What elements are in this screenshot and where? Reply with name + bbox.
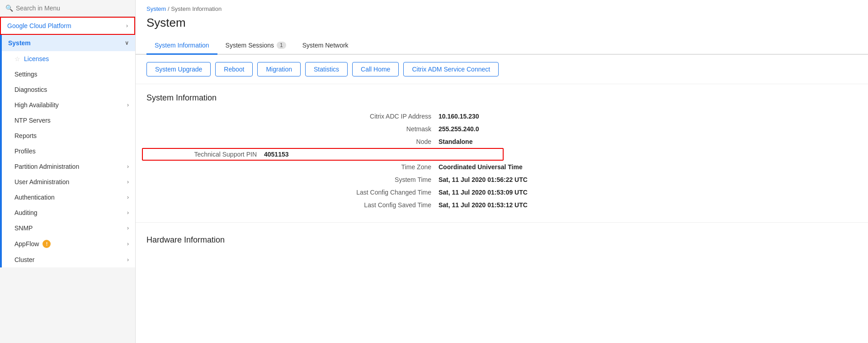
sidebar-item-system-label: System — [8, 39, 31, 47]
appflow-warning-badge: ! — [42, 240, 51, 248]
info-value-last-config-saved: Sat, 11 Jul 2020 01:53:12 UTC — [439, 201, 528, 209]
sidebar-item-reports[interactable]: Reports — [2, 128, 135, 143]
sidebar-item-licenses[interactable]: ☆ Licenses — [2, 51, 135, 67]
info-label-netmask: Netmask — [321, 125, 439, 133]
breadcrumb-current: System Information — [171, 5, 222, 12]
search-icon: 🔍 — [5, 5, 13, 12]
sidebar-item-user-admin[interactable]: User Administration › — [2, 174, 135, 190]
sidebar-item-settings-label: Settings — [14, 71, 38, 78]
info-value-netmask: 255.255.240.0 — [439, 125, 479, 133]
sidebar-item-cluster-label: Cluster — [14, 256, 34, 263]
sidebar-item-profiles-label: Profiles — [14, 148, 36, 155]
sidebar-item-partition-admin-label: Partition Administration — [14, 163, 79, 170]
info-row-timezone: Time Zone Coordinated Universal Time — [321, 161, 683, 173]
chevron-right-icon: › — [127, 163, 129, 170]
chevron-down-icon: ∨ — [125, 40, 129, 46]
info-label-node: Node — [321, 138, 439, 145]
hardware-info-section-title: Hardware Information — [136, 226, 868, 252]
sidebar-item-gcp[interactable]: Google Cloud Platform › — [0, 17, 135, 35]
sidebar-item-profiles[interactable]: Profiles — [2, 143, 135, 159]
sidebar-item-diagnostics-label: Diagnostics — [14, 86, 47, 93]
chevron-right-icon: › — [127, 210, 129, 216]
sidebar-item-high-availability[interactable]: High Availability › — [2, 97, 135, 113]
info-value-node: Standalone — [439, 138, 472, 145]
sidebar-sub-menu: ☆ Licenses Settings Diagnostics High Ava… — [0, 51, 135, 267]
sidebar-item-authentication[interactable]: Authentication › — [2, 190, 135, 205]
info-row-ip: Citrix ADC IP Address 10.160.15.230 — [321, 110, 683, 123]
sidebar-item-auditing[interactable]: Auditing › — [2, 205, 135, 220]
info-value-system-time: Sat, 11 Jul 2020 01:56:22 UTC — [439, 176, 528, 183]
search-input[interactable] — [16, 5, 130, 12]
info-label-last-config-saved: Last Config Saved Time — [321, 201, 439, 209]
system-info-table: Citrix ADC IP Address 10.160.15.230 Netm… — [136, 110, 868, 222]
sidebar-item-appflow-label: AppFlow — [14, 240, 39, 248]
sidebar-item-ntp-label: NTP Servers — [14, 117, 51, 124]
statistics-button[interactable]: Statistics — [305, 62, 348, 76]
sidebar-item-appflow[interactable]: AppFlow ! › — [2, 236, 135, 252]
info-row-node: Node Standalone — [321, 135, 683, 148]
chevron-right-icon: › — [127, 225, 129, 231]
main-content: System / System Information System Syste… — [136, 0, 868, 343]
system-info-section-title: System Information — [136, 84, 868, 110]
sidebar-item-licenses-label: Licenses — [24, 55, 49, 62]
info-value-ip: 10.160.15.230 — [439, 113, 479, 120]
search-bar[interactable]: 🔍 — [0, 0, 135, 17]
breadcrumb: System / System Information — [136, 0, 868, 14]
star-icon: ☆ — [14, 55, 20, 62]
tab-system-sessions-label: System Sessions — [226, 42, 274, 49]
sidebar-item-high-availability-label: High Availability — [14, 101, 59, 109]
system-sessions-badge: 1 — [277, 42, 286, 49]
chevron-right-icon: › — [127, 102, 129, 108]
sidebar-item-partition-admin[interactable]: Partition Administration › — [2, 159, 135, 174]
info-label-ip: Citrix ADC IP Address — [321, 113, 439, 120]
info-value-pin: 4051153 — [264, 151, 289, 158]
tab-system-network[interactable]: System Network — [294, 37, 357, 55]
info-label-timezone: Time Zone — [321, 163, 439, 171]
info-row-last-config-changed: Last Config Changed Time Sat, 11 Jul 202… — [321, 186, 683, 199]
tab-system-information[interactable]: System Information — [146, 37, 217, 55]
sidebar-item-snmp-label: SNMP — [14, 224, 33, 232]
action-buttons-bar: System Upgrade Reboot Migration Statisti… — [136, 55, 868, 84]
tab-system-information-label: System Information — [155, 42, 209, 49]
sidebar-item-cluster[interactable]: Cluster › — [2, 252, 135, 267]
sidebar-item-diagnostics[interactable]: Diagnostics — [2, 82, 135, 97]
info-row-system-time: System Time Sat, 11 Jul 2020 01:56:22 UT… — [321, 173, 683, 186]
tab-system-network-label: System Network — [302, 42, 349, 49]
call-home-button[interactable]: Call Home — [352, 62, 399, 76]
migration-button[interactable]: Migration — [257, 62, 301, 76]
sidebar-item-gcp-label: Google Cloud Platform — [7, 22, 71, 29]
info-label-last-config-changed: Last Config Changed Time — [321, 189, 439, 196]
info-row-pin: Technical Support PIN 4051153 — [142, 148, 504, 161]
sidebar-item-settings[interactable]: Settings — [2, 67, 135, 82]
chevron-right-icon: › — [127, 257, 129, 263]
info-label-pin: Technical Support PIN — [146, 151, 264, 158]
primary-tabs: System Information System Sessions 1 Sys… — [136, 37, 868, 55]
chevron-right-icon: › — [127, 179, 129, 185]
info-row-netmask: Netmask 255.255.240.0 — [321, 123, 683, 135]
page-title: System — [136, 14, 868, 37]
chevron-right-icon: › — [127, 194, 129, 200]
tab-system-sessions[interactable]: System Sessions 1 — [217, 37, 294, 55]
system-upgrade-button[interactable]: System Upgrade — [146, 62, 211, 76]
hardware-info-section: Hardware Information — [136, 222, 868, 252]
sidebar: 🔍 Google Cloud Platform › System ∨ ☆ Lic… — [0, 0, 136, 343]
chevron-right-icon: › — [127, 241, 129, 247]
sidebar-item-reports-label: Reports — [14, 132, 37, 139]
info-value-timezone: Coordinated Universal Time — [439, 163, 523, 171]
sidebar-item-user-admin-label: User Administration — [14, 178, 69, 186]
sidebar-item-auditing-label: Auditing — [14, 209, 38, 216]
breadcrumb-parent[interactable]: System — [146, 5, 166, 12]
reboot-button[interactable]: Reboot — [215, 62, 253, 76]
sidebar-item-authentication-label: Authentication — [14, 194, 55, 201]
sidebar-item-system[interactable]: System ∨ — [0, 35, 135, 51]
info-label-system-time: System Time — [321, 176, 439, 183]
sidebar-item-snmp[interactable]: SNMP › — [2, 220, 135, 236]
sidebar-item-ntp-servers[interactable]: NTP Servers — [2, 113, 135, 128]
info-value-last-config-changed: Sat, 11 Jul 2020 01:53:09 UTC — [439, 189, 528, 196]
info-row-last-config-saved: Last Config Saved Time Sat, 11 Jul 2020 … — [321, 199, 683, 211]
chevron-right-icon: › — [126, 23, 128, 29]
citrix-adm-service-connect-button[interactable]: Citrix ADM Service Connect — [403, 62, 499, 76]
